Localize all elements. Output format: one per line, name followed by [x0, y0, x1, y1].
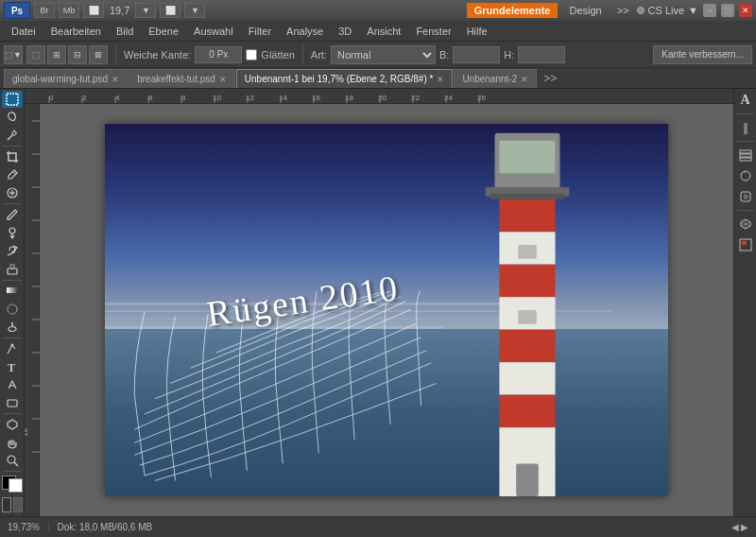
tab-more[interactable]: >>: [538, 70, 562, 87]
tab-close-unbenannt2[interactable]: ✕: [521, 75, 528, 84]
svg-rect-73: [499, 141, 555, 173]
document-canvas[interactable]: Rügen 2010: [105, 124, 668, 496]
menu-bearbeiten[interactable]: Bearbeiten: [43, 24, 109, 39]
tool-magic-wand[interactable]: [2, 127, 23, 144]
options-bar: ⬚▼ ⬚ ⊞ ⊟ ⊠ Weiche Kante: Glätten Art: No…: [0, 42, 756, 68]
mini-bridge-badge[interactable]: Mb: [59, 3, 79, 18]
svg-rect-80: [499, 330, 555, 362]
svg-text:20: 20: [378, 94, 387, 102]
panel-style[interactable]: [736, 187, 755, 206]
tab-global-warming[interactable]: global-warming-tut.psd ✕: [4, 69, 128, 88]
add-selection[interactable]: ⊞: [47, 45, 66, 64]
workspace-more[interactable]: >>: [613, 3, 633, 18]
window-close[interactable]: ✕: [739, 4, 752, 17]
quick-mask-mode[interactable]: [2, 497, 23, 512]
menu-filter[interactable]: Filter: [241, 24, 279, 39]
tool-eyedropper[interactable]: [2, 166, 23, 183]
panel-collapse[interactable]: ‖: [736, 118, 755, 137]
tab-close-global[interactable]: ✕: [112, 75, 119, 84]
svg-rect-82: [499, 395, 555, 427]
smooth-label: Glätten: [261, 49, 294, 61]
menu-ansicht[interactable]: Ansicht: [359, 24, 408, 39]
svg-text:0: 0: [25, 133, 26, 138]
b-input[interactable]: [453, 46, 500, 63]
tool-brush[interactable]: [2, 206, 23, 223]
svg-text:2: 2: [25, 166, 26, 171]
tool-history-brush[interactable]: [2, 242, 23, 259]
tool-marquee[interactable]: [2, 91, 23, 108]
tool-pen[interactable]: [2, 340, 23, 357]
tool-gradient[interactable]: [2, 282, 23, 299]
zoom-control[interactable]: ▼: [135, 3, 156, 18]
tool-blur[interactable]: [2, 301, 23, 318]
screen-mode-control[interactable]: ⬜: [83, 3, 104, 18]
tool-lasso[interactable]: [2, 109, 23, 126]
svg-rect-81: [499, 362, 555, 394]
subtract-selection[interactable]: ⊟: [68, 45, 87, 64]
panel-adjustment[interactable]: [736, 166, 755, 185]
menu-auswahl[interactable]: Auswahl: [186, 24, 241, 39]
quickmask-mode[interactable]: [13, 497, 23, 512]
svg-text:6: 6: [25, 233, 26, 237]
menu-hilfe[interactable]: Hilfe: [459, 24, 495, 39]
art-select[interactable]: Normal Festgelegt Festes Verhältnis: [331, 45, 436, 64]
tool-shape[interactable]: [2, 394, 23, 411]
panel-3d[interactable]: [736, 215, 755, 234]
smooth-checkbox[interactable]: [246, 49, 257, 61]
tool-zoom[interactable]: [2, 452, 23, 469]
workspace-grundelemente[interactable]: Grundelemente: [467, 3, 558, 18]
tool-hand[interactable]: [2, 434, 23, 451]
new-selection[interactable]: ⬚: [26, 45, 45, 64]
standard-mode[interactable]: [2, 497, 11, 512]
svg-rect-96: [742, 241, 747, 245]
tool-healing[interactable]: [2, 184, 23, 201]
nav-buttons[interactable]: ◀ ▶: [731, 522, 748, 532]
tool-crop[interactable]: [2, 148, 23, 165]
doc-label: Dok:: [58, 522, 77, 532]
window-minimize[interactable]: −: [703, 4, 716, 17]
menu-3d[interactable]: 3D: [331, 24, 359, 39]
tool-eraser[interactable]: [2, 261, 23, 278]
canvas-container[interactable]: Rügen 2010: [40, 104, 733, 516]
svg-text:0: 0: [49, 94, 54, 102]
marquee-tool-options[interactable]: ⬚▼: [4, 45, 23, 64]
svg-text:24: 24: [444, 94, 453, 102]
panel-navigator[interactable]: [736, 235, 755, 254]
tool-type[interactable]: T: [2, 358, 23, 375]
menu-datei[interactable]: Datei: [4, 24, 43, 39]
svg-rect-11: [10, 265, 14, 268]
svg-rect-10: [8, 268, 17, 274]
tab-breakeffekt[interactable]: breakeffekt-tut.psd ✕: [129, 69, 235, 88]
h-input[interactable]: [518, 46, 565, 63]
tab-unbenannt2[interactable]: Unbenannt-2 ✕: [454, 69, 537, 88]
ruler-top-svg: 0 2 4 6 8 10 12 14 16 18 20: [40, 89, 733, 104]
workspace-design[interactable]: Design: [561, 3, 609, 18]
improve-edge-button[interactable]: Kante verbessern...: [653, 45, 752, 64]
tab-close-break[interactable]: ✕: [219, 75, 227, 84]
panel-text-tool[interactable]: A: [736, 91, 755, 110]
foreground-background-colors[interactable]: [2, 476, 23, 493]
panel-layers[interactable]: [736, 146, 755, 165]
menu-ebene[interactable]: Ebene: [141, 24, 186, 39]
intersect-selection[interactable]: ⊠: [89, 45, 108, 64]
bridge-badge[interactable]: Br: [34, 3, 55, 18]
nav-right[interactable]: ▶: [741, 522, 748, 532]
tool-dodge[interactable]: [2, 319, 23, 336]
view-control[interactable]: ⬜: [160, 3, 180, 18]
cs-live[interactable]: CS Live ▼: [637, 5, 698, 16]
window-maximize[interactable]: □: [721, 4, 734, 17]
menu-analyse[interactable]: Analyse: [279, 24, 331, 39]
feather-input[interactable]: [195, 46, 242, 63]
tool-3d[interactable]: [2, 416, 23, 433]
menu-fenster[interactable]: Fenster: [408, 24, 458, 39]
view-control2[interactable]: ▼: [184, 3, 205, 18]
tab-unbenannt1[interactable]: Unbenannt-1 bei 19,7% (Ebene 2, RGB/8#) …: [236, 69, 454, 88]
background-color[interactable]: [9, 478, 23, 493]
tool-clone-stamp[interactable]: [2, 224, 23, 241]
tool-path-selection[interactable]: [2, 376, 23, 393]
nav-left[interactable]: ◀: [731, 522, 739, 532]
tab-close-unbenannt1[interactable]: ✕: [437, 75, 444, 84]
title-bar: Ps Br Mb ⬜ 19,7 ▼ ⬜ ▼ Grundelemente Desi…: [0, 0, 756, 21]
menu-bild[interactable]: Bild: [109, 24, 141, 39]
svg-text:10: 10: [25, 296, 26, 304]
